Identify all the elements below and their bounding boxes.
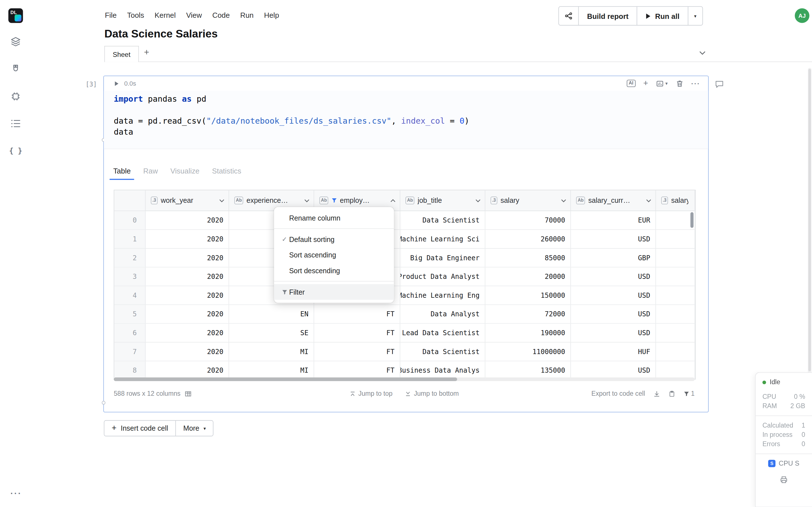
table-cell[interactable]: 2020	[146, 286, 229, 304]
table-cell[interactable]: USD	[571, 324, 656, 342]
grid-header-salary_curr[interactable]: Absalary_curr…	[571, 190, 656, 211]
table-cell[interactable]: HUF	[571, 342, 656, 361]
table-cell[interactable]: 20000	[485, 268, 571, 286]
print-button[interactable]	[762, 475, 805, 484]
table-cell[interactable]: FT	[314, 305, 400, 323]
chevron-down-icon[interactable]	[646, 199, 651, 202]
menubar-item-code[interactable]: Code	[212, 11, 230, 19]
grid-horizontal-scrollbar[interactable]	[114, 378, 695, 381]
row-index-cell[interactable]: 6	[114, 324, 146, 342]
table-cell[interactable]: 2020	[146, 342, 229, 361]
run-options-caret[interactable]: ▾	[688, 7, 702, 25]
collapse-tabs-chevron[interactable]	[699, 51, 705, 55]
table-cell[interactable]: 2020	[146, 249, 229, 267]
row-index-cell[interactable]: 2	[114, 249, 146, 267]
share-button[interactable]	[559, 7, 578, 25]
row-index-cell[interactable]: 3	[114, 268, 146, 286]
table-cell[interactable]	[656, 286, 695, 304]
comment-icon[interactable]	[715, 80, 724, 91]
table-cell[interactable]	[656, 324, 695, 342]
table-cell[interactable]: MI	[229, 361, 314, 380]
environment-chip-icon[interactable]	[9, 90, 22, 103]
row-index-cell[interactable]: 1	[114, 230, 146, 248]
menu-item-default-sorting[interactable]: ✓Default sorting	[274, 231, 394, 247]
jump-to-top-link[interactable]: Jump to top	[350, 390, 393, 397]
download-icon[interactable]	[653, 390, 660, 397]
table-cell[interactable]: 11000000	[485, 342, 571, 361]
magnet-icon[interactable]	[9, 63, 22, 75]
code-cell[interactable]: 0.0s AI + ▾ ··· import pandas as pd data…	[103, 75, 709, 412]
menubar-item-view[interactable]: View	[186, 11, 202, 19]
add-to-report-button[interactable]: ▾	[656, 79, 668, 87]
table-cell[interactable]	[656, 361, 695, 380]
ai-assistant-button[interactable]: AI	[626, 80, 635, 87]
table-cell[interactable]: Data Scientist	[400, 342, 486, 361]
row-index-cell[interactable]: 7	[114, 342, 146, 361]
cell-more-icon[interactable]: ···	[691, 79, 700, 87]
table-cell[interactable]: Data Scientist	[400, 211, 486, 230]
grid-header-salary[interactable]: .3salary	[485, 190, 571, 211]
table-cell[interactable]: 2020	[146, 305, 229, 323]
add-sheet-button[interactable]: +	[144, 48, 149, 57]
table-cell[interactable]: Machine Learning Sci	[400, 230, 486, 248]
table-cell[interactable]: 150000	[485, 286, 571, 304]
table-cell[interactable]: 2020	[146, 211, 229, 230]
menubar-item-tools[interactable]: Tools	[127, 11, 144, 19]
tab-sheet[interactable]: Sheet	[104, 46, 139, 62]
chevron-down-icon[interactable]	[561, 199, 566, 202]
menu-item-sort-descending[interactable]: Sort descending	[274, 263, 394, 279]
more-cells-button[interactable]: More ▾	[175, 421, 213, 436]
table-cell[interactable]: USD	[571, 305, 656, 323]
chevron-down-icon[interactable]	[219, 199, 224, 202]
table-cell[interactable]: FT	[314, 324, 400, 342]
scrollbar-thumb[interactable]	[114, 378, 457, 381]
menubar-item-file[interactable]: File	[105, 11, 117, 19]
table-cell[interactable]	[656, 305, 695, 323]
table-cell[interactable]: SE	[229, 324, 314, 342]
chevron-up-icon[interactable]	[390, 199, 396, 202]
table-cell[interactable]: 135000	[485, 361, 571, 380]
table-cell[interactable]: 72000	[485, 305, 571, 323]
table-cell[interactable]: 190000	[485, 324, 571, 342]
insert-code-cell-button[interactable]: + Insert code cell	[104, 421, 175, 436]
table-cell[interactable]: Business Data Analys	[400, 361, 486, 380]
table-grid-icon[interactable]	[185, 390, 192, 397]
table-cell[interactable]: 70000	[485, 211, 571, 230]
run-cell-icon[interactable]	[114, 80, 119, 86]
output-tab-visualize[interactable]: Visualize	[167, 165, 203, 180]
table-cell[interactable]: 2020	[146, 230, 229, 248]
menu-item-sort-ascending[interactable]: Sort ascending	[274, 247, 394, 263]
table-cell[interactable]: EN	[229, 305, 314, 323]
table-cell[interactable]: 260000	[485, 230, 571, 248]
cell-handle-bottom[interactable]	[102, 401, 105, 404]
grid-vertical-scrollbar[interactable]	[691, 212, 694, 228]
copy-icon[interactable]	[668, 390, 675, 397]
table-cell[interactable]: USD	[571, 230, 656, 248]
table-cell[interactable]: Data Analyst	[400, 305, 486, 323]
menubar-item-kernel[interactable]: Kernel	[154, 11, 175, 19]
table-of-contents-icon[interactable]	[9, 117, 22, 129]
run-all-button[interactable]: Run all	[637, 7, 688, 25]
table-cell[interactable]: GBP	[571, 249, 656, 267]
table-cell[interactable]: Big Data Engineer	[400, 249, 486, 267]
menu-item-filter[interactable]: Filter	[274, 284, 394, 300]
jump-to-bottom-link[interactable]: Jump to bottom	[405, 390, 459, 397]
active-filters-button[interactable]: 1	[684, 390, 695, 397]
chevron-down-icon[interactable]	[475, 199, 481, 202]
menubar-item-help[interactable]: Help	[264, 11, 279, 19]
datalore-logo[interactable]: DL	[8, 8, 23, 23]
code-editor[interactable]: import pandas as pd data = pd.read_csv("…	[104, 91, 708, 149]
table-cell[interactable]: FT	[314, 361, 400, 380]
delete-cell-icon[interactable]	[675, 79, 683, 87]
grid-header-work_year[interactable]: .3work_year	[146, 190, 229, 211]
sidebar-more-icon[interactable]: ···	[10, 489, 22, 498]
menu-item-rename-column[interactable]: Rename column	[274, 210, 394, 226]
table-cell[interactable]	[656, 342, 695, 361]
table-cell[interactable]: Lead Data Scientist	[400, 324, 486, 342]
code-line[interactable]: import pandas as pd	[114, 94, 708, 105]
table-cell[interactable]: FT	[314, 342, 400, 361]
row-index-cell[interactable]: 8	[114, 361, 146, 380]
grid-header-job_title[interactable]: Abjob_title	[400, 190, 486, 211]
add-cell-icon[interactable]: +	[643, 79, 648, 88]
table-cell[interactable]	[656, 249, 695, 267]
